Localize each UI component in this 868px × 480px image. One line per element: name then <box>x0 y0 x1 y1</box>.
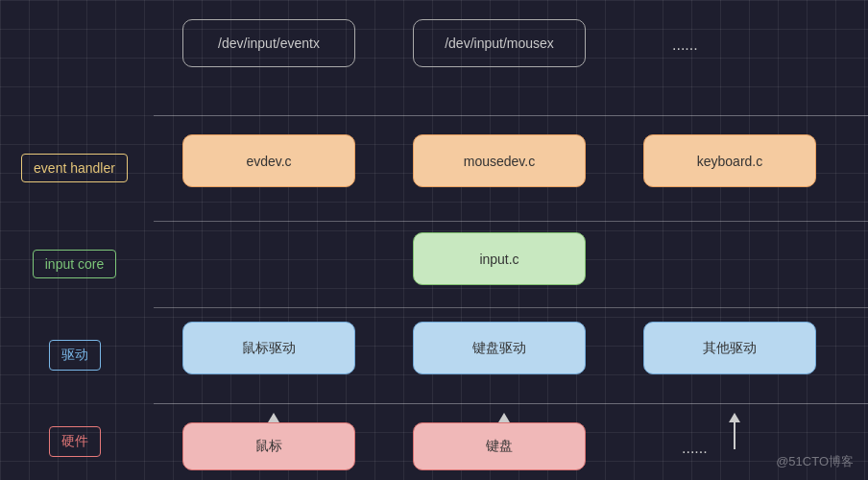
row-label-input-core: input core <box>0 230 149 298</box>
watermark: @51CTO博客 <box>776 453 854 470</box>
mouse-hw-box: 鼠标 <box>182 422 355 470</box>
hline-1 <box>154 115 868 116</box>
mouse-driver-box: 鼠标驱动 <box>182 322 355 374</box>
mousedev-box: mousedev.c <box>413 134 586 187</box>
diagram: /dev/input/eventx /dev/input/mousex ....… <box>0 0 868 480</box>
keyboard-box: keyboard.c <box>643 134 816 187</box>
row-label-hardware: 硬件 <box>0 413 149 470</box>
evdev-box: evdev.c <box>182 134 355 187</box>
arrow-other <box>729 413 740 449</box>
keyboard-hw-box: 键盘 <box>413 422 586 470</box>
row-label-event-handler: event handler <box>0 130 149 206</box>
inputc-box: input.c <box>413 232 586 285</box>
top-dots: ...... <box>672 36 698 54</box>
hw-dots: ...... <box>682 440 708 457</box>
keyboard-driver-box: 键盘驱动 <box>413 322 586 374</box>
hline-4 <box>154 403 868 404</box>
dev-mousex-box: /dev/input/mousex <box>413 19 586 67</box>
hline-2 <box>154 221 868 222</box>
hline-3 <box>154 307 868 308</box>
dev-eventx-box: /dev/input/eventx <box>182 19 355 67</box>
row-label-driver: 驱动 <box>0 317 149 394</box>
other-driver-box: 其他驱动 <box>643 322 816 374</box>
